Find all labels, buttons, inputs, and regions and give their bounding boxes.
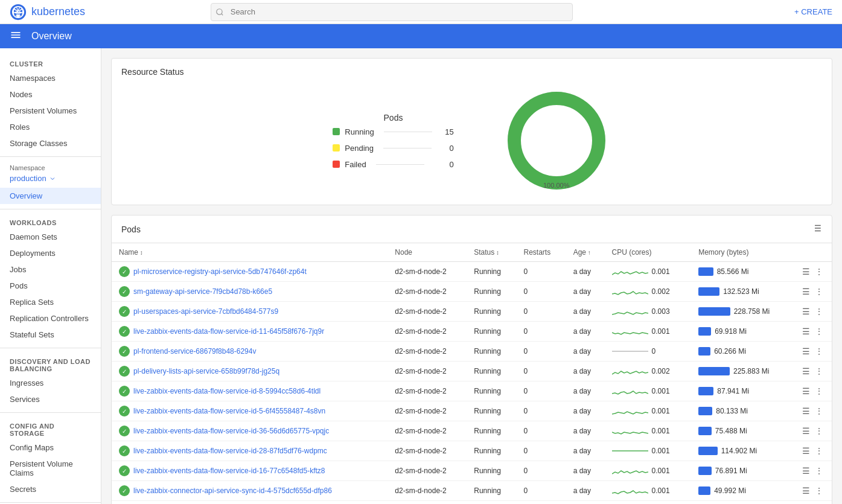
pod-name-link[interactable]: pl-userspaces-api-service-7cbfbd6484-577… [133, 307, 278, 316]
memory-bar [698, 267, 713, 276]
sidebar-item-secrets[interactable]: Secrets [0, 481, 101, 497]
pod-name-link[interactable]: sm-gateway-api-service-7f9cb4d78b-k66e5 [133, 287, 272, 296]
pod-cpu-cell: 0.001 [605, 262, 692, 282]
row-more-icon[interactable]: ⋮ [814, 425, 824, 437]
row-menu-icon[interactable]: ☰ [801, 425, 811, 437]
sidebar: Cluster Namespaces Nodes Persistent Volu… [0, 48, 101, 504]
pod-node-cell: d2-sm-d-node-2 [388, 302, 467, 322]
sidebar-item-daemon-sets[interactable]: Daemon Sets [0, 229, 101, 245]
row-menu-icon[interactable]: ☰ [801, 445, 811, 457]
sidebar-item-persistent-volumes[interactable]: Persistent Volumes [0, 103, 101, 119]
row-menu-icon[interactable]: ☰ [801, 345, 811, 357]
sidebar-item-ingresses[interactable]: Ingresses [0, 375, 101, 391]
pod-name-link[interactable]: pl-microservice-registry-api-service-5db… [133, 267, 307, 276]
create-button[interactable]: + CREATE [794, 7, 832, 16]
sidebar-item-replica-sets[interactable]: Replica Sets [0, 294, 101, 310]
sidebar-item-storage-classes[interactable]: Storage Classes [0, 135, 101, 152]
pods-section-title: Pods [121, 225, 141, 234]
row-more-icon[interactable]: ⋮ [814, 485, 824, 497]
sidebar-item-nodes[interactable]: Nodes [0, 86, 101, 103]
cpu-value: 0.001 [652, 327, 670, 336]
memory-bar [698, 327, 711, 336]
pod-name-cell: ✓ pl-userspaces-api-service-7cbfbd6484-5… [112, 302, 388, 322]
logo[interactable]: kubernetes [10, 4, 85, 21]
memory-value: 114.902 Mi [721, 447, 757, 455]
pod-actions-cell: ☰ ⋮ [794, 342, 832, 362]
pod-name-link[interactable]: live-zabbix-events-data-flow-service-id-… [133, 467, 325, 475]
pod-name-link[interactable]: live-zabbix-events-data-flow-service-id-… [133, 427, 329, 435]
col-age[interactable]: Age [566, 243, 605, 262]
cpu-value: 0.001 [652, 407, 670, 415]
row-more-icon[interactable]: ⋮ [814, 285, 824, 298]
logo-text: kubernetes [31, 5, 85, 18]
search-input[interactable] [211, 3, 573, 21]
pod-name-link[interactable]: live-zabbix-events-data-flow-service-id-… [133, 447, 327, 455]
namespace-dropdown[interactable]: production [10, 174, 91, 183]
pod-name-link[interactable]: live-zabbix-connector-api-service-sync-i… [133, 486, 332, 495]
pod-name-link[interactable]: live-zabbix-events-data-flow-service-id-… [133, 407, 325, 415]
sidebar-item-replication-controllers[interactable]: Replication Controllers [0, 310, 101, 327]
row-more-icon[interactable]: ⋮ [814, 305, 824, 317]
status-icon: ✓ [119, 445, 130, 456]
running-value: 15 [442, 127, 454, 136]
pod-status-cell: Running [467, 421, 516, 441]
pod-age-cell: a day [566, 461, 605, 481]
sidebar-item-config-maps[interactable]: Config Maps [0, 439, 101, 456]
pod-restarts-cell: 0 [516, 501, 566, 505]
pod-cpu-cell: 0.001 [605, 401, 692, 421]
row-menu-icon[interactable]: ☰ [801, 365, 811, 377]
sidebar-item-jobs[interactable]: Jobs [0, 261, 101, 278]
donut-percent-label: 100.00% [543, 182, 569, 189]
pod-restarts-cell: 0 [516, 362, 566, 381]
table-row: ✓ live-zabbix-connector-api-service-sync… [112, 501, 832, 505]
menu-icon[interactable] [10, 29, 22, 44]
pod-actions-cell: ☰ ⋮ [794, 381, 832, 401]
pod-cpu-cell: 0.002 [605, 282, 692, 302]
failed-label: Failed [345, 160, 366, 169]
row-more-icon[interactable]: ⋮ [814, 365, 824, 377]
cpu-sparkline [612, 485, 648, 497]
cpu-sparkline [612, 305, 648, 317]
row-more-icon[interactable]: ⋮ [814, 325, 824, 337]
pod-name-link[interactable]: live-zabbix-events-data-flow-service-id-… [133, 327, 324, 336]
pod-name-link[interactable]: pl-frontend-service-68679f8b48-6294v [133, 347, 256, 356]
col-name[interactable]: Name [112, 243, 388, 262]
col-status[interactable]: Status [467, 243, 516, 262]
pod-name-cell: ✓ live-zabbix-connector-api-service-sync… [112, 481, 388, 501]
pod-node-cell: d2-sm-d-node-2 [388, 342, 467, 362]
filter-icon[interactable] [811, 223, 822, 235]
row-more-icon[interactable]: ⋮ [814, 266, 824, 278]
row-more-icon[interactable]: ⋮ [814, 405, 824, 417]
row-menu-icon[interactable]: ☰ [801, 465, 811, 477]
row-more-icon[interactable]: ⋮ [814, 345, 824, 357]
row-menu-icon[interactable]: ☰ [801, 325, 811, 337]
pod-age-cell: a day [566, 401, 605, 421]
cpu-value: 0.001 [652, 447, 670, 455]
legend-running: Running 15 [333, 127, 453, 136]
sidebar-item-services[interactable]: Services [0, 391, 101, 407]
pod-restarts-cell: 0 [516, 401, 566, 421]
row-more-icon[interactable]: ⋮ [814, 465, 824, 477]
sidebar-item-roles[interactable]: Roles [0, 119, 101, 135]
row-menu-icon[interactable]: ☰ [801, 285, 811, 298]
pod-memory-cell: 132.523 Mi [691, 282, 794, 302]
sidebar-item-stateful-sets[interactable]: Stateful Sets [0, 327, 101, 343]
sidebar-item-pvc[interactable]: Persistent Volume Claims [0, 456, 101, 481]
memory-bar [698, 427, 712, 435]
pod-name-link[interactable]: pl-delivery-lists-api-service-658b99f78d… [133, 367, 279, 375]
status-icon: ✓ [119, 465, 130, 476]
row-menu-icon[interactable]: ☰ [801, 385, 811, 397]
sidebar-item-pods[interactable]: Pods [0, 278, 101, 294]
navbar-title: Overview [31, 31, 72, 42]
row-menu-icon[interactable]: ☰ [801, 305, 811, 317]
pod-name-link[interactable]: live-zabbix-events-data-flow-service-id-… [133, 387, 321, 395]
row-menu-icon[interactable]: ☰ [801, 266, 811, 278]
row-menu-icon[interactable]: ☰ [801, 485, 811, 497]
row-more-icon[interactable]: ⋮ [814, 385, 824, 397]
row-more-icon[interactable]: ⋮ [814, 445, 824, 457]
sidebar-item-namespaces[interactable]: Namespaces [0, 70, 101, 86]
sidebar-item-deployments[interactable]: Deployments [0, 245, 101, 261]
sidebar-item-overview[interactable]: Overview [0, 188, 101, 204]
workloads-section-title: Workloads [0, 214, 101, 229]
row-menu-icon[interactable]: ☰ [801, 405, 811, 417]
